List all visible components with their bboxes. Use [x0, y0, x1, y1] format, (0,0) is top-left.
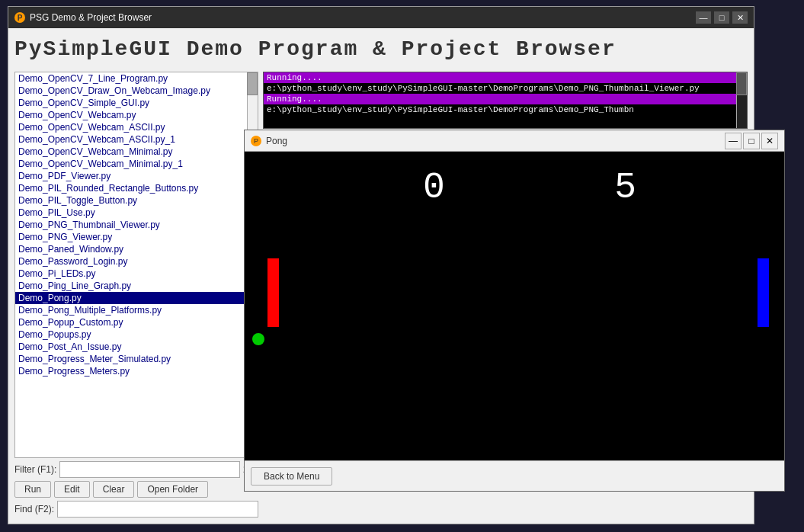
file-list-item[interactable]: Demo_OpenCV_Webcam_ASCII.py_1	[15, 133, 258, 146]
file-list-item[interactable]: Demo_OpenCV_Webcam_Minimal.py_1	[15, 158, 258, 170]
file-list-container: Demo_OpenCV_7_Line_Program.pyDemo_OpenCV…	[14, 72, 258, 458]
file-list-item[interactable]: Demo_Popups.py	[15, 328, 258, 341]
find-row: Find (F2):	[14, 501, 258, 518]
button-row: Run Edit Clear Open Folder	[14, 481, 258, 498]
app-title: PySimpleGUI Demo Program & Project Brows…	[14, 34, 748, 67]
find-input[interactable]	[57, 501, 258, 518]
pong-footer: Back to Menu	[245, 460, 784, 491]
file-list-item[interactable]: Demo_OpenCV_Simple_GUI.py	[15, 97, 258, 109]
file-list-item[interactable]: Demo_Post_An_Issue.py	[15, 341, 258, 353]
file-list-item[interactable]: Demo_Pong.py	[15, 292, 258, 304]
maximize-button[interactable]: □	[714, 11, 729, 24]
output-line: Running....	[264, 72, 747, 83]
file-list-item[interactable]: Demo_PIL_Toggle_Button.py	[15, 194, 258, 207]
pong-window: P Pong — □ ✕ 0 5 Back to Menu	[244, 130, 785, 492]
paddle-left	[267, 258, 279, 327]
back-to-menu-button[interactable]: Back to Menu	[251, 467, 332, 486]
filter-input[interactable]	[59, 461, 240, 478]
pong-minimize-button[interactable]: —	[725, 133, 742, 149]
main-titlebar: P PSG Demo & Project Browser — □ ✕	[8, 7, 754, 28]
output-line: e:\python_study\env_study\PySimpleGUI-ma…	[264, 83, 747, 94]
pong-titlebar: P Pong — □ ✕	[245, 130, 784, 152]
run-button[interactable]: Run	[14, 481, 51, 498]
pong-icon: P	[251, 136, 261, 146]
file-list-item[interactable]: Demo_OpenCV_Webcam_Minimal.py	[15, 146, 258, 158]
output-line: Running....	[264, 94, 747, 104]
filter-row: Filter (F1): 292	[14, 461, 258, 478]
file-list-item[interactable]: Demo_Pong_Multiple_Platforms.py	[15, 304, 258, 316]
open-folder-button[interactable]: Open Folder	[137, 481, 208, 498]
file-list-item[interactable]: Demo_PIL_Rounded_Rectangle_Buttons.py	[15, 182, 258, 194]
edit-button[interactable]: Edit	[54, 481, 90, 498]
pong-title: Pong	[266, 136, 287, 146]
clear-button[interactable]: Clear	[93, 481, 135, 498]
file-list-item[interactable]: Demo_Pi_LEDs.py	[15, 268, 258, 280]
paddle-right	[758, 258, 769, 327]
file-list: Demo_OpenCV_7_Line_Program.pyDemo_OpenCV…	[15, 72, 258, 457]
file-list-item[interactable]: Demo_Progress_Meters.py	[15, 365, 258, 377]
pong-maximize-button[interactable]: □	[743, 133, 760, 149]
file-list-item[interactable]: Demo_Ping_Line_Graph.py	[15, 280, 258, 292]
file-list-item[interactable]: Demo_OpenCV_Draw_On_Webcam_Image.py	[15, 85, 258, 97]
output-line: e:\python_study\env_study\PySimpleGUI-ma…	[264, 104, 747, 115]
close-button[interactable]: ✕	[732, 11, 748, 24]
window-controls: — □ ✕	[696, 11, 748, 24]
left-panel: Demo_OpenCV_7_Line_Program.pyDemo_OpenCV…	[14, 72, 258, 518]
file-list-item[interactable]: Demo_PNG_Thumbnail_Viewer.py	[15, 219, 258, 231]
scrollbar-thumb[interactable]	[247, 72, 258, 95]
file-list-item[interactable]: Demo_PDF_Viewer.py	[15, 170, 258, 182]
filter-label: Filter (F1):	[14, 464, 56, 475]
pong-window-controls: — □ ✕	[725, 133, 778, 149]
file-list-item[interactable]: Demo_Paned_Window.py	[15, 243, 258, 255]
file-list-item[interactable]: Demo_OpenCV_Webcam.py	[15, 109, 258, 121]
minimize-button[interactable]: —	[696, 11, 711, 24]
file-list-item[interactable]: Demo_OpenCV_7_Line_Program.py	[15, 72, 258, 85]
pong-close-button[interactable]: ✕	[761, 133, 778, 149]
file-list-item[interactable]: Demo_Popup_Custom.py	[15, 316, 258, 328]
score-left: 0	[423, 167, 445, 208]
file-list-item[interactable]: Demo_OpenCV_Webcam_ASCII.py	[15, 121, 258, 133]
output-area: Running....e:\python_study\env_study\PyS…	[263, 72, 748, 129]
output-scrollbar[interactable]	[736, 72, 747, 128]
pong-game-area: 0 5	[245, 152, 784, 460]
app-icon: P	[14, 12, 25, 23]
file-list-item[interactable]: Demo_PNG_Viewer.py	[15, 231, 258, 243]
main-window-title: PSG Demo & Project Browser	[30, 12, 152, 23]
file-list-item[interactable]: Demo_PIL_Use.py	[15, 207, 258, 219]
file-list-item[interactable]: Demo_Progress_Meter_Simulated.py	[15, 353, 258, 365]
output-scrollbar-thumb[interactable]	[736, 72, 747, 95]
file-list-item[interactable]: Demo_Password_Login.py	[15, 255, 258, 268]
ball	[252, 333, 264, 345]
find-label: Find (F2):	[14, 504, 54, 514]
score-right: 5	[614, 167, 636, 208]
